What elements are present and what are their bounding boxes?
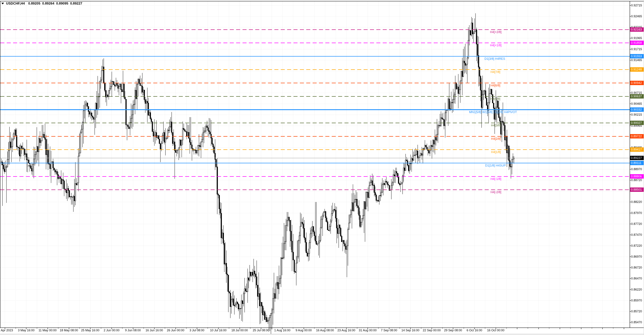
time-axis-label: 31 Aug 00:00 xyxy=(359,329,376,332)
mouse-cursor xyxy=(27,162,32,168)
price-tick-label: 0.90465 xyxy=(631,102,642,106)
time-axis-label: 16 Jun 16:00 xyxy=(146,329,163,332)
price-tick-label: 0.90215 xyxy=(631,113,642,117)
level-label: H4[3/8] xyxy=(491,124,501,127)
price-tick-label: 0.87470 xyxy=(631,233,642,237)
level-price-badge: 0.91858 xyxy=(630,41,644,45)
time-axis-label: 3 May 16:00 xyxy=(18,329,34,332)
level-price-badge: 0.92163 xyxy=(630,27,644,32)
time-axis-label: 25 May 16:00 xyxy=(81,329,99,332)
time-axis-label: 23 Aug 16:00 xyxy=(338,329,355,332)
time-axis-label: 16 Oct 00:00 xyxy=(487,329,504,332)
time-axis-label: 7 Sep 08:00 xyxy=(381,329,397,332)
level-label: H4[-2/8] xyxy=(490,190,501,194)
price-tick-label: 0.86220 xyxy=(631,287,642,291)
time-axis-label: 26 Apr 2023 xyxy=(0,329,13,332)
level-label: H4[-1/8] xyxy=(490,177,501,181)
level-price-badge: 0.89722 xyxy=(630,134,644,138)
price-tick-label: 0.91465 xyxy=(631,58,642,62)
mt4-chart-window: USDCHF,H4 0.89205 0.89264 0.89095 0.8922… xyxy=(0,0,644,335)
time-axis-label: 10 Jul 16:00 xyxy=(210,329,226,332)
level-label: H4[7/8] xyxy=(490,70,500,74)
price-tick-label: 0.87220 xyxy=(631,244,642,248)
time-axis-label: 6 Oct 16:00 xyxy=(466,329,482,332)
price-tick-label: 0.86470 xyxy=(631,276,642,280)
price-tick-label: 0.88220 xyxy=(631,200,642,204)
time-axis-label: 29 Sep 08:00 xyxy=(444,329,462,332)
candlestick-chart-canvas[interactable] xyxy=(0,0,644,335)
level-price-badge: 0.88806 xyxy=(630,174,644,179)
level-price-badge: 0.89417 xyxy=(630,147,644,152)
time-axis-label: 2 Jun 00:00 xyxy=(104,329,120,332)
price-tick-label: 0.86720 xyxy=(631,265,642,269)
symbol-timeframe: USDCHF,H4 xyxy=(6,2,25,5)
level-price-badge: 0.90942 xyxy=(630,81,644,85)
price-tick-label: 0.92715 xyxy=(631,3,642,8)
window-bottom-strip xyxy=(0,334,644,335)
level-label: MN1[5/8] W1[5/8] D1[2/8] H4PIVOT xyxy=(469,110,517,114)
time-axis-label: 16 Aug 08:00 xyxy=(316,329,334,332)
time-axis-label: 25 Jul 08:00 xyxy=(253,329,269,332)
level-price-badge: 0.89111 xyxy=(630,161,644,165)
level-price-badge: 0.90637 xyxy=(630,94,644,99)
ohlc-low: 0.89095 xyxy=(56,2,68,5)
time-axis-label: 18 May 08:00 xyxy=(60,329,78,332)
level-price-badge: 0.88501 xyxy=(630,187,644,192)
level-price-badge: 0.90332 xyxy=(630,107,644,112)
price-tick-label: 0.92465 xyxy=(631,14,642,18)
time-axis-label: 14 Sep 16:00 xyxy=(401,329,419,332)
price-tick-label: 0.85970 xyxy=(631,298,642,302)
price-tick-label: 0.86970 xyxy=(631,255,642,259)
time-axis-label: 22 Sep 00:00 xyxy=(423,329,441,332)
level-price-badge: 0.91553 xyxy=(630,54,644,58)
price-tick-label: 0.87720 xyxy=(631,222,642,226)
time-axis-label: 9 Jun 08:00 xyxy=(125,329,141,332)
chart-title: USDCHF,H4 0.89205 0.89264 0.89095 0.8922… xyxy=(1,2,84,5)
time-axis-label: 9 Aug 00:00 xyxy=(296,329,312,332)
time-axis-label: 1 Aug 16:00 xyxy=(274,329,290,332)
level-label: H4[2/8] xyxy=(491,137,501,141)
time-axis-label: 26 Jun 00:00 xyxy=(167,329,184,332)
level-price-badge: 0.90027 xyxy=(630,121,644,125)
level-label: H4[5/8] xyxy=(490,97,500,101)
price-tick-label: 0.88720 xyxy=(631,178,642,182)
price-tick-label: 0.85720 xyxy=(631,309,642,313)
symbol-dropdown-icon[interactable] xyxy=(1,3,4,4)
price-tick-label: 0.85470 xyxy=(631,320,642,324)
ohlc-close: 0.89227 xyxy=(70,2,82,5)
level-label: D1[3/8] H4RES xyxy=(484,57,505,61)
bid-price-badge: 0.89227 xyxy=(630,156,644,160)
level-label: D1[1/8] H4SUP xyxy=(485,164,506,167)
level-price-badge: 0.91248 xyxy=(630,67,644,72)
ohlc-high: 0.89264 xyxy=(42,2,54,5)
price-tick-label: 0.91715 xyxy=(631,47,642,51)
ohlc-open: 0.89205 xyxy=(28,2,40,5)
level-label: H4[6/8] xyxy=(490,84,500,87)
price-tick-label: 0.87970 xyxy=(631,211,642,215)
price-tick-label: 0.88970 xyxy=(631,167,642,171)
time-axis-label: 3 Jul 08:00 xyxy=(190,329,204,332)
time-axis-label: 18 Jul 00:00 xyxy=(232,329,248,332)
level-label: H4[+2/8] xyxy=(490,30,502,34)
price-tick-label: 0.91965 xyxy=(631,36,642,40)
level-label: H4[1/8] xyxy=(491,150,501,154)
level-label: H4[+1/8] xyxy=(490,44,502,47)
time-axis-label: 11 May 00:00 xyxy=(38,329,57,332)
